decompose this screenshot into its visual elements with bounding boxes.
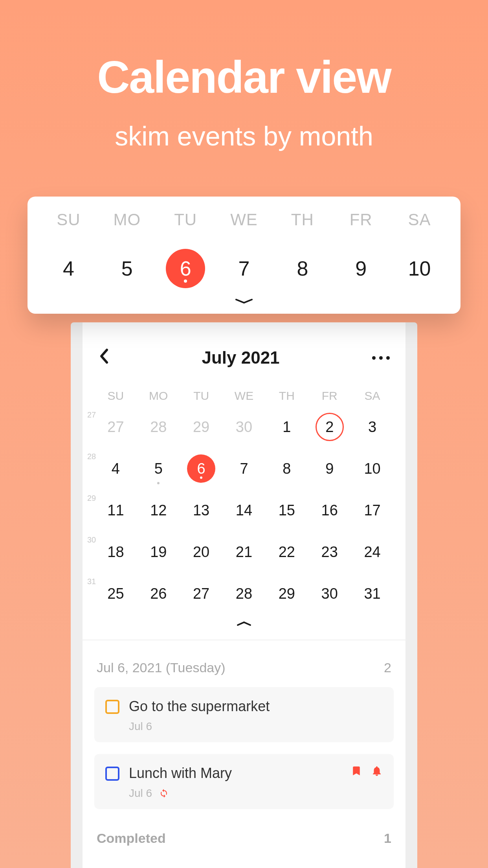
phone-frame: July 2021 SUMOTUWETHFRSA 272728293012328… (71, 322, 417, 868)
month-day-cell[interactable]: 14 (223, 493, 266, 528)
week-dow-label: TH (273, 210, 332, 229)
week-day-cell[interactable]: 5 (98, 249, 156, 288)
task-checkbox[interactable] (105, 767, 119, 781)
month-dow-label: SA (351, 389, 394, 403)
week-day-cell[interactable]: 7 (215, 249, 273, 288)
completed-heading[interactable]: Completed (97, 831, 166, 846)
collapse-month-button[interactable] (94, 621, 394, 628)
hero: Calendar view skim events by month (0, 0, 488, 151)
month-day-cell[interactable]: 18 (94, 535, 137, 569)
month-day-cell[interactable]: 20 (180, 535, 223, 569)
month-week-row: 3125262728293031 (94, 576, 394, 611)
week-dow-label: FR (332, 210, 390, 229)
month-panel: July 2021 SUMOTUWETHFRSA 272728293012328… (83, 322, 405, 868)
month-day-cell[interactable]: 16 (308, 493, 351, 528)
week-day-cell[interactable]: 10 (390, 249, 449, 288)
task-subtitle: Jul 6 (129, 787, 341, 800)
month-day-cell[interactable]: 23 (308, 535, 351, 569)
month-day-cell[interactable]: 27 (94, 410, 137, 444)
task-checkbox[interactable] (105, 700, 119, 714)
month-day-cell[interactable]: 12 (137, 493, 180, 528)
month-day-cell[interactable]: 2 (308, 410, 351, 444)
month-week-row: 3018192021222324 (94, 535, 394, 569)
month-day-cell[interactable]: 17 (351, 493, 394, 528)
chevron-down-icon (235, 298, 253, 304)
month-day-cell[interactable]: 26 (137, 576, 180, 611)
task-title: Lunch with Mary (129, 765, 341, 782)
task-subtitle: Jul 6 (129, 720, 383, 733)
week-dow-label: SU (39, 210, 98, 229)
hero-subtitle: skim events by month (0, 121, 488, 151)
month-day-cell[interactable]: 13 (180, 493, 223, 528)
hero-title: Calendar view (0, 51, 488, 103)
month-day-cell[interactable]: 29 (265, 576, 308, 611)
month-dow-label: WE (223, 389, 266, 403)
month-day-cell[interactable]: 24 (351, 535, 394, 569)
month-day-cell[interactable]: 10 (351, 451, 394, 486)
month-week-row: 2727282930123 (94, 410, 394, 444)
month-day-cell[interactable]: 27 (180, 576, 223, 611)
week-day-cell[interactable]: 6 (156, 249, 215, 288)
month-day-cell[interactable]: 1 (265, 410, 308, 444)
month-day-cell[interactable]: 9 (308, 451, 351, 486)
completed-count: 1 (384, 831, 391, 846)
month-dow-label: SU (94, 389, 137, 403)
month-day-cell[interactable]: 30 (308, 576, 351, 611)
month-day-cell[interactable]: 11 (94, 493, 137, 528)
month-dow-label: MO (137, 389, 180, 403)
month-day-cell[interactable]: 31 (351, 576, 394, 611)
month-day-cell[interactable]: 3 (351, 410, 394, 444)
month-day-cell[interactable]: 25 (94, 576, 137, 611)
week-day-cell[interactable]: 9 (332, 249, 390, 288)
month-day-cell[interactable]: 19 (137, 535, 180, 569)
task-item[interactable]: Go to the supermarketJul 6 (94, 687, 394, 742)
month-day-cell[interactable]: 21 (223, 535, 266, 569)
week-dow-label: TU (156, 210, 215, 229)
month-title: July 2021 (113, 348, 368, 368)
more-options-button[interactable] (368, 356, 394, 360)
month-week-row: 2845678910 (94, 451, 394, 486)
divider (83, 640, 405, 640)
month-day-cell[interactable]: 28 (223, 576, 266, 611)
chevron-up-icon (236, 621, 252, 626)
month-day-cell[interactable]: 30 (223, 410, 266, 444)
expand-week-button[interactable] (39, 298, 449, 306)
bell-icon (371, 765, 383, 777)
month-day-cell[interactable]: 7 (223, 451, 266, 486)
chevron-left-icon (98, 348, 109, 365)
month-day-cell[interactable]: 22 (265, 535, 308, 569)
month-dow-label: TU (180, 389, 223, 403)
list-count: 2 (384, 660, 391, 675)
month-day-cell[interactable]: 15 (265, 493, 308, 528)
list-date-heading: Jul 6, 2021 (Tuesday) (97, 660, 226, 675)
week-strip-card: SUMOTUWETHFRSA 45678910 (28, 197, 460, 314)
month-day-cell[interactable]: 4 (94, 451, 137, 486)
tag-icon (350, 765, 362, 777)
month-day-cell[interactable]: 28 (137, 410, 180, 444)
month-dow-label: FR (308, 389, 351, 403)
month-week-row: 2911121314151617 (94, 493, 394, 528)
month-day-cell[interactable]: 8 (265, 451, 308, 486)
task-item[interactable]: Lunch with MaryJul 6 (94, 754, 394, 809)
week-day-cell[interactable]: 4 (39, 249, 98, 288)
back-button[interactable] (94, 346, 113, 370)
week-dow-label: MO (98, 210, 156, 229)
task-title: Go to the supermarket (129, 698, 383, 715)
week-dow-label: WE (215, 210, 273, 229)
month-day-cell[interactable]: 5 (137, 451, 180, 486)
month-day-cell[interactable]: 6 (180, 451, 223, 486)
repeat-icon (159, 789, 169, 798)
week-dow-label: SA (390, 210, 449, 229)
week-day-cell[interactable]: 8 (273, 249, 332, 288)
month-dow-label: TH (265, 389, 308, 403)
month-day-cell[interactable]: 29 (180, 410, 223, 444)
